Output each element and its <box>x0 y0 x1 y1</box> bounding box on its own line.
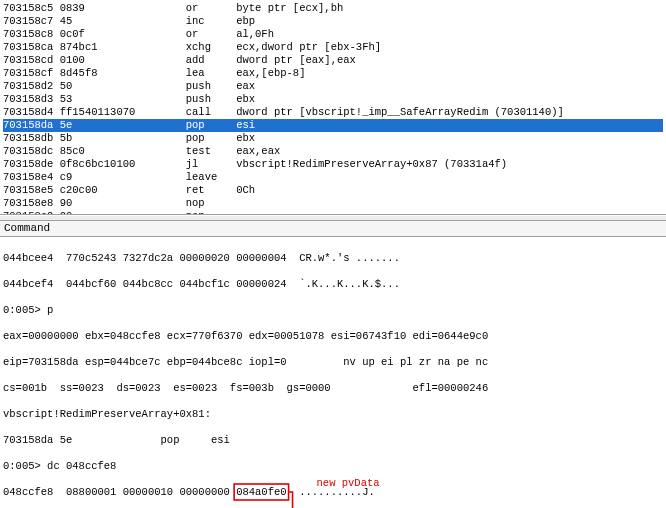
command-pane[interactable]: 044bcee4 770c5243 7327dc2a 00000020 0000… <box>0 237 666 508</box>
symbol-line: vbscript!RedimPreserveArray+0x81: <box>3 408 211 420</box>
disasm-line: 703158d3 53 push ebx <box>3 93 255 105</box>
disasm-line: 703158e5 c20c00 ret 0Ch <box>3 184 255 196</box>
disasm-line: 703158cf 8d45f8 lea eax,[ebp-8] <box>3 67 305 79</box>
disasm-line: 703158e4 c9 leave <box>3 171 236 183</box>
instruction-line: 703158da 5e pop esi <box>3 434 230 446</box>
disasm-line: 703158c8 0c0f or al,0Fh <box>3 28 274 40</box>
mem-line: 044bcef4 044bcf60 044bc8cc 044bcf1c 0000… <box>3 278 400 290</box>
disasm-line: 703158de 0f8c6bc10100 jl vbscript!RedimP… <box>3 158 507 170</box>
disassembly-pane[interactable]: 703158c5 0839 or byte ptr [ecx],bh 70315… <box>0 0 666 215</box>
disasm-line: 703158dc 85c0 test eax,eax <box>3 145 280 157</box>
disasm-line-highlighted: 703158da 5e pop esi <box>3 119 663 132</box>
disasm-line: 703158d4 ff1540113070 call dword ptr [vb… <box>3 106 564 118</box>
mem-line: 044bcee4 770c5243 7327dc2a 00000020 0000… <box>3 252 400 264</box>
prompt-line: 0:005> p <box>3 304 53 316</box>
disasm-line: 703158c7 45 inc ebp <box>3 15 255 27</box>
disasm-line: 703158ca 874bc1 xchg ecx,dword ptr [ebx-… <box>3 41 381 53</box>
registers-line: cs=001b ss=0023 ds=0023 es=0023 fs=003b … <box>3 382 488 394</box>
mem-line: 048ccfe8 08800001 00000010 00000000 084a… <box>3 486 375 498</box>
registers-line: eip=703158da esp=044bce7c ebp=044bce8c i… <box>3 356 488 368</box>
prompt-line: 0:005> dc 048ccfe8 <box>3 460 116 472</box>
disasm-line: 703158db 5b pop ebx <box>3 132 255 144</box>
disasm-line: 703158e8 90 nop <box>3 197 236 209</box>
registers-line: eax=00000000 ebx=048ccfe8 ecx=770f6370 e… <box>3 330 488 342</box>
disasm-line: 703158c5 0839 or byte ptr [ecx],bh <box>3 2 343 14</box>
disasm-line: 703158cd 0100 add dword ptr [eax],eax <box>3 54 356 66</box>
command-pane-header: Command <box>0 221 666 237</box>
disasm-line: 703158d2 50 push eax <box>3 80 255 92</box>
